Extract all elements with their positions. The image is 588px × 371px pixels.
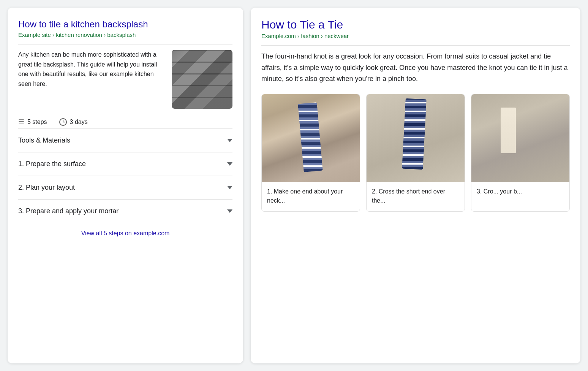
clock-icon	[59, 118, 67, 126]
accordion-step1-label: 1. Prepare the surface	[18, 160, 86, 168]
list-icon: ☰	[18, 118, 24, 126]
step-image-1	[262, 94, 360, 182]
accordion-step1[interactable]: 1. Prepare the surface	[18, 152, 232, 176]
divider	[18, 44, 232, 44]
view-all-link[interactable]: View all 5 steps on example.com	[18, 223, 232, 238]
chevron-down-icon	[227, 186, 232, 189]
accordion-tools-label: Tools & Materials	[18, 136, 70, 144]
meta-row: ☰ 5 steps 3 days	[18, 116, 232, 128]
right-result-card: How to Tie a Tie Example.com › fashion ›…	[251, 8, 580, 363]
left-result-title[interactable]: How to tile a kitchen backsplash	[18, 18, 232, 30]
step-card-3[interactable]: 3. Cro... your b...	[471, 94, 570, 212]
step-caption-3: 3. Cro... your b...	[471, 182, 569, 202]
chevron-down-icon	[227, 162, 232, 166]
right-description: The four-in-hand knot is a great look fo…	[261, 51, 570, 85]
steps-images-row: 1. Make one end about your neck... 2. Cr…	[261, 94, 570, 212]
step-card-1[interactable]: 1. Make one end about your neck...	[261, 94, 360, 212]
description-row: Any kitchen can be much more sophisticat…	[18, 50, 232, 109]
step-image-2	[367, 94, 465, 182]
chevron-down-icon	[227, 209, 232, 213]
steps-label: 5 steps	[27, 119, 47, 125]
right-result-title[interactable]: How to Tie a Tie	[261, 18, 570, 31]
accordion-step3[interactable]: 3. Prepare and apply your mortar	[18, 199, 232, 223]
step-image-3	[471, 94, 569, 182]
step-card-2[interactable]: 2. Cross the short end over the...	[366, 94, 465, 212]
accordion-tools[interactable]: Tools & Materials	[18, 128, 232, 152]
time-meta: 3 days	[59, 118, 88, 126]
step-caption-1: 1. Make one end about your neck...	[262, 182, 360, 211]
time-label: 3 days	[70, 119, 88, 125]
left-breadcrumb: Example site › kitchen renovation › back…	[18, 32, 232, 38]
accordion-step2[interactable]: 2. Plan your layout	[18, 176, 232, 199]
chevron-down-icon	[227, 139, 232, 142]
steps-meta: ☰ 5 steps	[18, 118, 47, 126]
right-breadcrumb: Example.com › fashion › neckwear	[261, 33, 570, 39]
accordion-step3-label: 3. Prepare and apply your mortar	[18, 207, 119, 215]
step-caption-2: 2. Cross the short end over the...	[367, 182, 465, 211]
accordion-step2-label: 2. Plan your layout	[18, 184, 75, 192]
left-result-card: How to tile a kitchen backsplash Example…	[8, 8, 243, 363]
left-description: Any kitchen can be much more sophisticat…	[18, 50, 165, 109]
tile-image	[172, 50, 232, 109]
divider-right	[261, 45, 570, 46]
